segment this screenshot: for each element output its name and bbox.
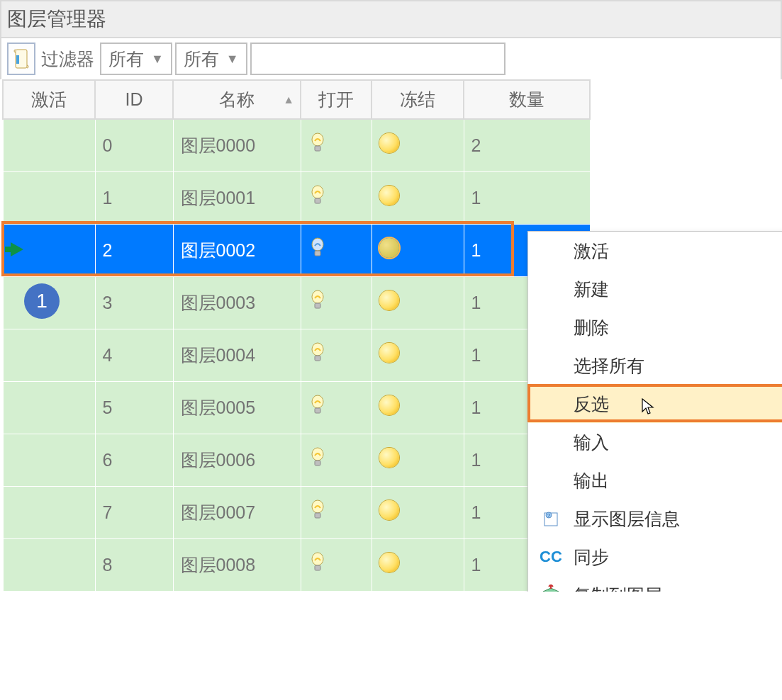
sun-icon	[379, 395, 399, 415]
cell-id[interactable]: 1	[95, 171, 173, 224]
context-menu: 激活 新建 删除 选择所有 反选 输入 输出? 显示图层信息CC 同步 复	[527, 231, 782, 592]
cell-open[interactable]	[301, 486, 372, 538]
scroll-icon[interactable]	[7, 43, 35, 75]
cell-id[interactable]: 3	[95, 276, 173, 329]
table-row[interactable]: 2 图层0002 1	[3, 224, 590, 276]
cell-id[interactable]: 7	[95, 486, 173, 538]
cell-id[interactable]: 2	[95, 224, 173, 276]
svg-rect-11	[315, 356, 320, 361]
cell-active[interactable]	[3, 171, 95, 224]
cell-id[interactable]: 0	[95, 119, 173, 171]
cell-open[interactable]	[301, 119, 372, 171]
context-menu-item[interactable]: 反选	[528, 385, 782, 423]
cell-freeze[interactable]	[372, 434, 464, 486]
col-open[interactable]: 打开	[301, 80, 372, 119]
context-menu-item[interactable]: ? 显示图层信息	[528, 499, 782, 538]
cell-active[interactable]	[3, 119, 95, 171]
filter-label: 过滤器	[38, 47, 97, 71]
table-row[interactable]: 4 图层0004 1	[3, 329, 590, 381]
cell-open[interactable]	[301, 434, 372, 486]
cell-name[interactable]: 图层0004	[173, 329, 301, 381]
cell-open[interactable]	[301, 538, 372, 591]
cell-name[interactable]: 图层0007	[173, 486, 301, 538]
lightbulb-icon	[308, 237, 327, 259]
copy-layer-icon	[528, 585, 574, 592]
col-freeze[interactable]: 冻结	[372, 80, 464, 119]
cell-id[interactable]: 5	[95, 381, 173, 434]
col-count[interactable]: 数量	[464, 80, 590, 119]
lightbulb-icon	[308, 499, 327, 521]
svg-text:?: ?	[547, 512, 551, 519]
cell-name[interactable]: 图层0003	[173, 276, 301, 329]
table-row[interactable]: 6 图层0006 1	[3, 434, 590, 486]
context-menu-item[interactable]: 输出	[528, 461, 782, 499]
cell-name[interactable]: 图层0006	[173, 434, 301, 486]
table-row[interactable]: 3 图层0003 1	[3, 276, 590, 329]
context-menu-label: 输出	[574, 469, 782, 492]
cell-active[interactable]	[3, 381, 95, 434]
context-menu-item[interactable]: 新建	[528, 270, 782, 308]
table-row[interactable]: 1 图层0001 1	[3, 171, 590, 224]
cell-active[interactable]	[3, 276, 95, 329]
cell-id[interactable]: 8	[95, 538, 173, 591]
cell-active[interactable]	[3, 434, 95, 486]
cell-freeze[interactable]	[372, 276, 464, 329]
cell-active[interactable]	[3, 486, 95, 538]
cell-active[interactable]	[3, 224, 95, 276]
cell-freeze[interactable]	[372, 119, 464, 171]
lightbulb-icon	[308, 447, 327, 468]
cell-active[interactable]	[3, 329, 95, 381]
context-menu-item[interactable]: 输入	[528, 423, 782, 461]
cell-open[interactable]	[301, 224, 372, 276]
cell-freeze[interactable]	[372, 538, 464, 591]
svg-rect-1	[16, 55, 19, 64]
sun-icon	[379, 186, 399, 205]
table-row[interactable]: 5 图层0005 1	[3, 381, 590, 434]
col-id[interactable]: ID	[95, 80, 173, 119]
search-input[interactable]	[250, 43, 505, 75]
cell-name[interactable]: 图层0001	[173, 171, 301, 224]
context-menu-label: 选择所有	[574, 354, 782, 378]
cell-id[interactable]: 6	[95, 434, 173, 486]
table-row[interactable]: 8 图层0008 1	[3, 538, 590, 591]
svg-rect-5	[315, 198, 320, 203]
context-menu-item[interactable]: 删除	[528, 308, 782, 346]
svg-rect-3	[315, 146, 320, 151]
cell-freeze[interactable]	[372, 381, 464, 434]
context-menu-item[interactable]: 选择所有	[528, 346, 782, 385]
cell-name[interactable]: 图层0008	[173, 538, 301, 591]
cell-open[interactable]	[301, 276, 372, 329]
table-row[interactable]: 7 图层0007 1	[3, 486, 590, 538]
svg-rect-15	[315, 461, 320, 465]
cell-open[interactable]	[301, 329, 372, 381]
context-menu-item[interactable]: CC 同步	[528, 538, 782, 576]
table-row[interactable]: 0 图层0000 2	[3, 119, 590, 171]
chevron-down-icon: ▼	[226, 52, 239, 67]
cell-name[interactable]: 图层0002	[173, 224, 301, 276]
filter-combo-2[interactable]: 所有 ▼	[175, 43, 247, 75]
cell-name[interactable]: 图层0005	[173, 381, 301, 434]
cell-id[interactable]: 4	[95, 329, 173, 381]
cell-name[interactable]: 图层0000	[173, 119, 301, 171]
cell-active[interactable]	[3, 538, 95, 591]
cc-icon: CC	[528, 548, 574, 566]
cell-open[interactable]	[301, 381, 372, 434]
layer-table: 激活 ID 名称 ▲ 打开 冻结 数量 0 图层0000 2 1	[2, 79, 591, 592]
lightbulb-icon	[308, 395, 327, 416]
chevron-down-icon: ▼	[151, 52, 164, 67]
context-menu-item[interactable]: 复制到图层	[528, 576, 782, 592]
lightbulb-icon	[308, 132, 327, 154]
col-name[interactable]: 名称 ▲	[173, 80, 301, 119]
svg-rect-17	[315, 513, 320, 518]
cell-count[interactable]: 1	[464, 171, 590, 224]
cell-freeze[interactable]	[372, 329, 464, 381]
context-menu-label: 反选	[574, 393, 782, 416]
cell-freeze[interactable]	[372, 224, 464, 276]
context-menu-item[interactable]: 激活	[528, 232, 782, 270]
filter-combo-1[interactable]: 所有 ▼	[100, 43, 172, 75]
cell-count[interactable]: 2	[464, 119, 590, 171]
col-active[interactable]: 激活	[3, 80, 95, 119]
cell-freeze[interactable]	[372, 486, 464, 538]
cell-freeze[interactable]	[372, 171, 464, 224]
cell-open[interactable]	[301, 171, 372, 224]
